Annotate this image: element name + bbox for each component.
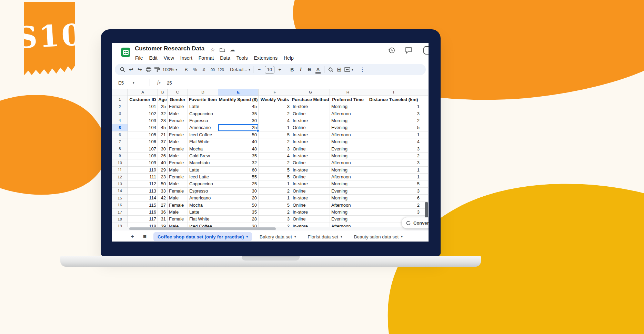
print-icon[interactable] <box>144 65 153 74</box>
font-select[interactable]: Defaul...▾ <box>229 65 251 74</box>
grid-cell[interactable]: 2 <box>259 110 291 117</box>
column-header-H[interactable]: H <box>330 89 366 96</box>
column-header-A[interactable]: A <box>128 89 158 96</box>
cloud-status-icon[interactable]: ☁ <box>229 46 236 53</box>
grid-cell[interactable] <box>421 159 428 166</box>
grid-cell[interactable]: Espresso <box>188 117 218 124</box>
grid-cell[interactable] <box>421 110 428 117</box>
grid-cell[interactable]: Female <box>168 216 188 223</box>
grid-cell[interactable]: Female <box>168 202 188 208</box>
grid-cell[interactable]: 3 <box>259 216 291 223</box>
column-header-D[interactable]: D <box>188 89 218 96</box>
grid-cell[interactable]: Evening <box>330 188 366 195</box>
grid-cell[interactable]: 32 <box>218 159 259 166</box>
menu-edit[interactable]: Edit <box>146 55 161 61</box>
row-header[interactable]: 1 <box>112 96 128 103</box>
search-icon[interactable] <box>118 65 127 74</box>
grid-cell[interactable]: Afternoon <box>330 174 366 180</box>
grid-cell[interactable]: 42 <box>158 195 168 202</box>
grid-cell[interactable]: 35 <box>218 153 259 159</box>
grid-cell[interactable]: 40 <box>158 159 168 166</box>
all-sheets-button[interactable]: ≡ <box>141 233 149 240</box>
grid-cell[interactable]: Morning <box>330 167 366 174</box>
grid-cell[interactable]: Afternoon <box>330 159 366 166</box>
grid-cell[interactable]: 115 <box>128 202 158 208</box>
row-header[interactable]: 12 <box>112 174 128 180</box>
grid-cell[interactable]: 2 <box>259 159 291 166</box>
grid-cell[interactable]: 5 <box>366 124 421 131</box>
grid-cell[interactable]: 25 <box>158 103 168 110</box>
grid-cell[interactable]: Latte <box>188 167 218 174</box>
grid-cell[interactable]: In-store <box>291 131 330 138</box>
borders-icon[interactable]: ⊞ <box>335 65 343 74</box>
grid-cell[interactable]: Online <box>291 216 330 223</box>
grid-cell[interactable]: 6 <box>366 195 421 202</box>
grid-cell[interactable]: Afternoon <box>330 131 366 138</box>
grid-cell[interactable] <box>421 96 428 103</box>
grid-cell[interactable]: In-store <box>291 209 330 216</box>
row-header[interactable]: 13 <box>112 180 128 187</box>
grid-cell[interactable]: 1 <box>259 195 291 202</box>
grid-cell[interactable]: 2 <box>259 209 291 216</box>
grid-cell[interactable]: Male <box>168 180 188 187</box>
grid-cell[interactable]: In-store <box>291 167 330 174</box>
grid-cell[interactable] <box>421 145 428 152</box>
grid-cell[interactable]: Espresso <box>188 188 218 195</box>
grid-cell[interactable]: 60 <box>218 167 259 174</box>
grid-cell[interactable]: 4 <box>259 117 291 124</box>
grid-cell[interactable]: 35 <box>218 209 259 216</box>
grid-cell[interactable]: Female <box>168 188 188 195</box>
menu-file[interactable]: File <box>132 55 146 61</box>
row-header[interactable]: 16 <box>112 202 128 208</box>
grid-cell[interactable] <box>421 131 428 138</box>
grid-cell[interactable]: Flat White <box>188 138 218 145</box>
grid-cell[interactable]: Purchase Method <box>291 96 330 103</box>
grid-cell[interactable]: Female <box>168 159 188 166</box>
column-header-B[interactable]: B <box>158 89 168 96</box>
grid-cell[interactable]: 111 <box>128 174 158 180</box>
row-header[interactable]: 10 <box>112 159 128 166</box>
grid-cell[interactable]: Male <box>168 195 188 202</box>
grid-cell[interactable]: 25 <box>218 180 259 187</box>
grid-cell[interactable]: In-store <box>291 117 330 124</box>
grid-cell[interactable]: 30 <box>218 188 259 195</box>
menu-extensions[interactable]: Extensions <box>251 55 280 61</box>
grid-cell[interactable]: 101 <box>128 103 158 110</box>
menu-data[interactable]: Data <box>217 55 233 61</box>
menu-format[interactable]: Format <box>195 55 217 61</box>
row-header[interactable]: 11 <box>112 167 128 174</box>
grid-cell[interactable]: 23 <box>158 174 168 180</box>
grid-cell[interactable]: 1 <box>366 131 421 138</box>
comments-icon[interactable] <box>405 47 413 55</box>
grid-cell[interactable]: 4 <box>259 153 291 159</box>
row-header[interactable]: 5 <box>112 124 128 131</box>
grid-cell[interactable]: Age <box>158 96 168 103</box>
grid-cell[interactable]: Afternoon <box>330 110 366 117</box>
grid-cell[interactable]: 31 <box>158 216 168 223</box>
formula-input[interactable]: 25 <box>167 80 172 86</box>
grid-cell[interactable]: 2 <box>259 223 291 227</box>
grid-cell[interactable]: 37 <box>158 138 168 145</box>
grid-cell[interactable]: 25 <box>218 124 259 131</box>
grid-cell[interactable]: 1 <box>259 180 291 187</box>
column-header-G[interactable]: G <box>291 89 330 96</box>
sheet-tab-3[interactable]: Florist data set▾ <box>303 232 346 241</box>
grid-cell[interactable]: In-store <box>291 138 330 145</box>
grid-cell[interactable]: 2 <box>366 202 421 208</box>
grid-cell[interactable]: 40 <box>218 138 259 145</box>
grid-cell[interactable]: Americano <box>188 195 218 202</box>
grid-cell[interactable] <box>421 195 428 202</box>
format-currency-button[interactable]: £ <box>182 65 191 74</box>
row-header[interactable]: 8 <box>112 145 128 152</box>
grid-cell[interactable]: 39 <box>158 223 168 227</box>
grid-cell[interactable]: 45 <box>158 124 168 131</box>
horizontal-scrollbar-thumb[interactable] <box>129 227 276 230</box>
grid-cell[interactable]: 36 <box>158 209 168 216</box>
grid-cell[interactable]: Macchiato <box>188 159 218 166</box>
grid-cell[interactable]: Male <box>168 110 188 117</box>
grid-cell[interactable]: In-store <box>291 103 330 110</box>
grid-cell[interactable]: 26 <box>158 153 168 159</box>
version-history-icon[interactable] <box>388 47 396 55</box>
row-header[interactable]: 14 <box>112 188 128 195</box>
grid-cell[interactable]: Male <box>168 209 188 216</box>
